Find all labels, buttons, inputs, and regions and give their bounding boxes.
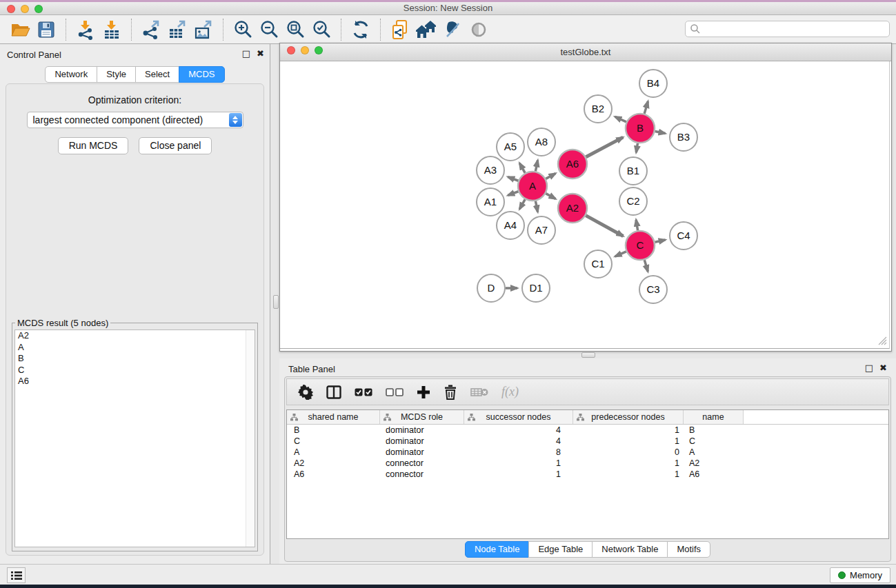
column-header-name[interactable]: name [684,410,744,424]
cell-predecessor-nodes[interactable]: 1 [573,425,684,435]
close-panel-icon[interactable]: ✖ [257,49,264,59]
control-tab-network[interactable]: Network [45,66,97,83]
column-header-predecessor-nodes[interactable]: predecessor nodes [573,410,684,424]
cell-name[interactable]: A [684,447,744,457]
hide-graphics-details-icon[interactable] [466,17,492,43]
mcds-result-item[interactable]: A [15,342,255,354]
table-row[interactable]: Cdominator41C [287,436,888,447]
table-row[interactable]: Bdominator41B [287,425,888,436]
table-row[interactable]: A6connector11A6 [287,469,888,480]
edge-A2-C[interactable] [586,216,623,236]
edge-A-A1[interactable] [508,192,518,196]
cell-MCDS-role[interactable]: dominator [380,425,464,435]
mcds-result-item[interactable]: A6 [15,376,255,387]
zoom-out-icon[interactable] [256,17,282,43]
task-history-button[interactable] [7,567,26,583]
mcds-result-item[interactable]: A2 [15,330,255,342]
float-panel-icon[interactable]: □ [865,363,873,373]
cell-predecessor-nodes[interactable]: 1 [573,458,684,468]
select-all-columns-icon[interactable] [355,388,372,396]
mcds-result-item[interactable]: B [15,353,255,365]
export-table-icon[interactable] [164,17,190,43]
edge-B-B1[interactable] [636,143,637,153]
cell-name[interactable]: B [684,425,744,435]
cell-predecessor-nodes[interactable]: 1 [573,436,684,446]
edge-A-A4[interactable] [519,199,525,209]
edge-B-B2[interactable] [615,116,626,122]
edge-A-A2[interactable] [546,194,555,199]
cell-shared-name[interactable]: B [287,425,380,435]
edge-A-A8[interactable] [535,160,537,171]
column-header-shared-name[interactable]: shared name [287,410,380,424]
edge-A6-B[interactable] [586,137,623,157]
cell-successor-nodes[interactable]: 8 [464,447,573,457]
cell-MCDS-role[interactable]: connector [380,469,464,479]
show-column-panel-icon[interactable] [326,385,341,399]
network-canvas[interactable]: B4B2BB3A8A5A6A3B1AA1C2A2A4A7C4CC1C3DD1 [280,61,890,349]
import-network-icon[interactable] [72,17,99,43]
new-network-from-selection-icon[interactable] [387,17,413,43]
vertical-splitter-handle[interactable] [273,295,279,309]
resize-grip-icon[interactable] [878,336,887,345]
cell-shared-name[interactable]: A6 [287,469,380,479]
deselect-all-columns-icon[interactable] [386,388,404,396]
zoom-selected-icon[interactable] [308,17,335,43]
cell-predecessor-nodes[interactable]: 0 [573,447,684,457]
search-input[interactable] [701,22,889,36]
export-network-icon[interactable] [138,17,164,43]
edge-C-C4[interactable] [655,240,665,242]
cell-name[interactable]: C [684,436,744,446]
cell-successor-nodes[interactable]: 4 [464,436,573,446]
criterion-select[interactable]: largest connected component (directed) [27,112,243,128]
control-tab-select[interactable]: Select [135,66,179,83]
cell-successor-nodes[interactable]: 1 [464,469,573,479]
show-graphics-details-icon[interactable] [439,17,466,43]
control-tab-mcds[interactable]: MCDS [179,66,224,83]
cell-MCDS-role[interactable]: dominator [380,436,464,446]
cell-shared-name[interactable]: C [287,436,380,446]
cell-successor-nodes[interactable]: 1 [464,458,573,468]
table-tab-network-table[interactable]: Network Table [592,541,668,558]
table-tab-node-table[interactable]: Node Table [465,541,530,558]
run-mcds-button[interactable]: Run MCDS [58,137,129,154]
edge-A-A5[interactable] [519,163,525,173]
network-window-titlebar[interactable]: testGlobe.txt [280,43,891,61]
control-tab-style[interactable]: Style [97,66,136,83]
table-row[interactable]: Adominator80A [287,447,888,458]
edge-A-A6[interactable] [546,174,555,179]
cell-name[interactable]: A2 [684,458,744,468]
table-tab-motifs[interactable]: Motifs [667,541,710,558]
cell-shared-name[interactable]: A2 [287,458,380,468]
cell-predecessor-nodes[interactable]: 1 [573,469,684,479]
edge-C-C3[interactable] [644,260,648,272]
edge-A-A7[interactable] [535,201,537,212]
create-column-icon[interactable] [417,385,430,399]
edge-B-B4[interactable] [644,101,648,114]
close-panel-icon[interactable]: ✖ [879,363,887,373]
home-icon[interactable] [413,17,439,43]
zoom-in-icon[interactable] [230,17,256,43]
cell-successor-nodes[interactable]: 4 [464,425,573,435]
import-table-icon[interactable] [99,17,125,43]
edge-C-C2[interactable] [636,220,637,231]
zoom-fit-icon[interactable] [282,17,308,43]
save-session-icon[interactable] [33,17,59,43]
open-session-icon[interactable] [7,17,33,43]
edge-A-A3[interactable] [508,177,518,181]
table-row[interactable]: A2connector11A2 [287,458,888,469]
apply-layout-icon[interactable] [348,17,374,43]
mcds-result-item[interactable]: C [15,365,255,376]
float-panel-icon[interactable]: □ [242,49,250,59]
cell-MCDS-role[interactable]: dominator [380,447,464,457]
cell-MCDS-role[interactable]: connector [380,458,464,468]
cell-name[interactable]: A6 [684,469,744,479]
table-settings-icon[interactable] [298,385,313,400]
table-tab-edge-table[interactable]: Edge Table [528,541,593,558]
edge-B-B3[interactable] [655,131,666,133]
edge-C-C1[interactable] [615,252,626,256]
memory-button[interactable]: Memory [830,567,890,583]
horizontal-splitter-handle[interactable] [581,352,595,358]
result-list-scrollbar[interactable] [246,330,255,547]
export-image-icon[interactable] [190,17,217,43]
column-header-MCDS-role[interactable]: MCDS role [380,410,464,424]
